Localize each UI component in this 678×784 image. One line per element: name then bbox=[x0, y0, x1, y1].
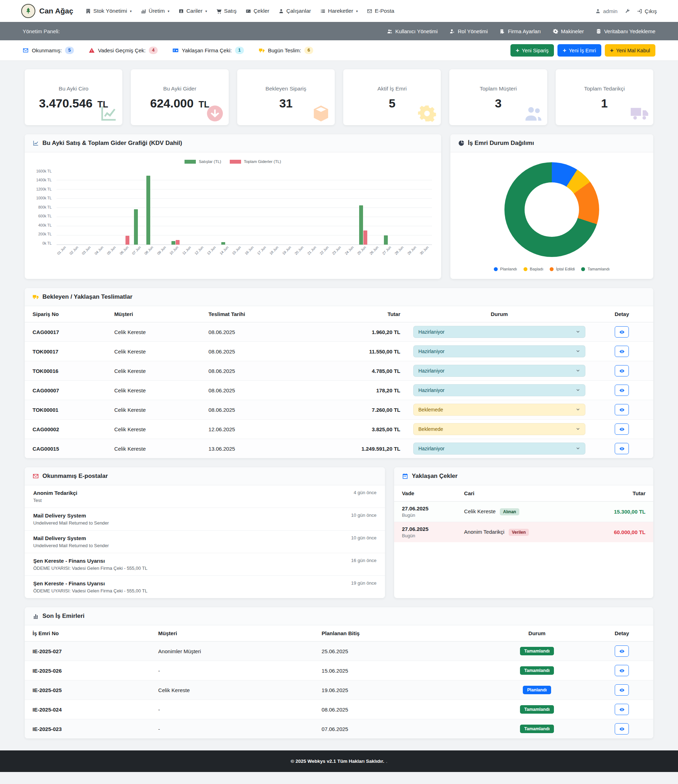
stat-value: 3.470.546 TL bbox=[39, 97, 108, 109]
y-axis-tick: 600k TL bbox=[38, 214, 51, 218]
status-select[interactable]: Hazirlaniyor bbox=[413, 384, 586, 396]
detail-eye-button[interactable] bbox=[615, 684, 629, 695]
bar-group bbox=[244, 171, 257, 244]
x-axis-label: 06 Jun bbox=[119, 245, 132, 261]
deliveries-card: Bekleyen / Yaklaşan Teslimatlar Sipariş … bbox=[25, 288, 653, 458]
check-row: 27.06.2025 Bugün Anonim Tedarikçi Verile… bbox=[394, 522, 653, 543]
detail-eye-button[interactable] bbox=[615, 704, 629, 715]
email-list-item[interactable]: Anonim Tedarikçi Test 4 gün önce bbox=[25, 485, 385, 508]
email-list-item[interactable]: Şen Kereste - Finans Uyarısı ÖDEME UYARI… bbox=[25, 576, 385, 598]
x-axis-label: 21 Jun bbox=[307, 245, 319, 261]
eye-icon bbox=[619, 707, 625, 712]
email-time: 16 gün önce bbox=[351, 558, 376, 571]
tools-button[interactable] bbox=[625, 8, 630, 14]
quick-action-button[interactable]: + Yeni Mal Kabul bbox=[605, 44, 655, 56]
workorder-row: IE-2025-024 - 08.06.2025 Tamamlandı bbox=[25, 700, 653, 719]
admin-panel-link[interactable]: Firma Ayarları bbox=[500, 28, 541, 34]
email-list-item[interactable]: Mail Delivery System Undelivered Mail Re… bbox=[25, 530, 385, 553]
donut-legend-item[interactable]: Tamamlandı bbox=[581, 267, 610, 271]
detail-eye-button[interactable] bbox=[615, 443, 629, 454]
column-header: Müşteri bbox=[151, 625, 314, 642]
admin-panel-link[interactable]: Veritabanı Yedekleme bbox=[596, 28, 655, 34]
logout-link[interactable]: Çıkış bbox=[637, 8, 657, 14]
eye-icon bbox=[619, 388, 625, 393]
eye-icon bbox=[619, 330, 625, 335]
emails-card: Okunmamış E-postalar Anonim Tedarikçi Te… bbox=[25, 467, 385, 598]
donut-chart bbox=[504, 162, 599, 257]
detail-eye-button[interactable] bbox=[615, 365, 629, 376]
amount: 1.249.591,20 TL bbox=[326, 439, 408, 459]
detail-eye-button[interactable] bbox=[615, 665, 629, 676]
nav-menu-item[interactable]: Hareketler ▾ bbox=[316, 5, 362, 17]
detail-eye-button[interactable] bbox=[615, 423, 629, 435]
donut-legend-item[interactable]: Planlandı bbox=[494, 267, 517, 271]
check-due-date: 27.06.2025 bbox=[402, 506, 449, 512]
alert-count-badge: 4 bbox=[149, 47, 158, 54]
nav-menu-item[interactable]: Cariler ▾ bbox=[175, 5, 211, 17]
x-axis-label: 11 Jun bbox=[182, 245, 194, 261]
bar bbox=[176, 240, 180, 244]
amount: 7.260,00 TL bbox=[326, 400, 408, 420]
status-select[interactable]: Hazirlaniyor bbox=[413, 365, 586, 377]
x-axis-label: 30 Jun bbox=[419, 245, 432, 261]
bar-group bbox=[194, 171, 207, 244]
detail-eye-button[interactable] bbox=[615, 723, 629, 734]
chart-legend-item[interactable]: Toplam Giderler (TL) bbox=[230, 159, 281, 164]
person-badge-icon bbox=[179, 8, 184, 14]
workorder-status-badge: Tamamlandı bbox=[520, 647, 554, 655]
detail-eye-button[interactable] bbox=[615, 646, 629, 657]
email-list-item[interactable]: Mail Delivery System Undelivered Mail Re… bbox=[25, 508, 385, 530]
admin-panel-link[interactable]: Makineler bbox=[553, 28, 584, 34]
stat-card: Bu Ayki Gider 624.000 TL bbox=[131, 69, 229, 125]
detail-eye-button[interactable] bbox=[615, 326, 629, 338]
status-select[interactable]: Hazirlaniyor bbox=[413, 345, 586, 357]
amount: 4.785,00 TL bbox=[326, 361, 408, 381]
order-no: TOK00017 bbox=[25, 342, 106, 361]
chart-legend-item[interactable]: Satışlar (TL) bbox=[185, 159, 221, 164]
quick-action-button[interactable]: + Yeni İş Emri bbox=[557, 44, 601, 56]
chevron-down-icon bbox=[576, 446, 580, 451]
plus-icon: + bbox=[610, 47, 614, 53]
workorder-no: IE-2025-024 bbox=[25, 700, 151, 719]
envelope-icon bbox=[33, 473, 39, 479]
nav-menu-item[interactable]: Üretim ▾ bbox=[137, 5, 173, 17]
chevron-down-icon bbox=[576, 408, 580, 412]
nav-menu-item[interactable]: Stok Yönetimi ▾ bbox=[82, 5, 135, 17]
detail-eye-button[interactable] bbox=[615, 384, 629, 396]
charts-row: Bu Ayki Satış & Toplam Gider Grafiği (KD… bbox=[25, 134, 653, 279]
y-axis-tick: 1600k TL bbox=[36, 169, 51, 173]
detail-eye-button[interactable] bbox=[615, 404, 629, 415]
nav-menu-item[interactable]: Çalışanlar bbox=[275, 5, 315, 17]
bar-group bbox=[94, 171, 106, 244]
admin-panel-link[interactable]: Rol Yönetimi bbox=[449, 28, 488, 34]
bar-group bbox=[319, 171, 331, 244]
y-axis-tick: 400k TL bbox=[38, 223, 51, 227]
status-select[interactable]: Hazirlaniyor bbox=[413, 326, 586, 338]
nav-menu-item[interactable]: Satış bbox=[213, 5, 240, 17]
x-axis-label: 08 Jun bbox=[144, 245, 157, 261]
stat-label: Toplam Müşteri bbox=[480, 86, 517, 92]
legend-label: Satışlar (TL) bbox=[199, 159, 221, 164]
brand[interactable]: Can Ağaç bbox=[21, 4, 73, 18]
admin-panel-link[interactable]: Kullanıcı Yönetimi bbox=[387, 28, 438, 34]
nav-menu-item[interactable]: Çekler bbox=[242, 5, 273, 17]
status-select[interactable]: Beklemede bbox=[413, 423, 586, 435]
detail-eye-button[interactable] bbox=[615, 346, 629, 357]
email-list-item[interactable]: Şen Kereste - Finans Uyarısı ÖDEME UYARI… bbox=[25, 553, 385, 576]
email-time: 19 gün önce bbox=[351, 580, 376, 593]
check-row: 27.06.2025 Bugün Celik Kereste Alınan 15… bbox=[394, 502, 653, 522]
donut-legend-item[interactable]: Başladı bbox=[524, 267, 543, 271]
status-select[interactable]: Hazirlaniyor bbox=[413, 443, 586, 454]
nav-menu-item[interactable]: E-Posta bbox=[363, 5, 398, 17]
x-axis-label: 10 Jun bbox=[170, 245, 182, 261]
email-subject: ÖDEME UYARISI: Vadesi Gelen Firma Çeki -… bbox=[33, 588, 148, 593]
donut-legend-item[interactable]: İptal Edildi bbox=[550, 267, 575, 271]
admin-link-label: Firma Ayarları bbox=[508, 28, 541, 34]
workorder-customer: Celik Kereste bbox=[151, 680, 314, 700]
workorders-title: Son İş Emirleri bbox=[42, 613, 84, 620]
eye-icon bbox=[619, 649, 625, 654]
quick-action-button[interactable]: + Yeni Sipariş bbox=[510, 44, 554, 56]
status-select[interactable]: Beklemede bbox=[413, 404, 586, 416]
user-menu[interactable]: admin bbox=[595, 8, 617, 14]
legend-dot bbox=[550, 267, 554, 271]
